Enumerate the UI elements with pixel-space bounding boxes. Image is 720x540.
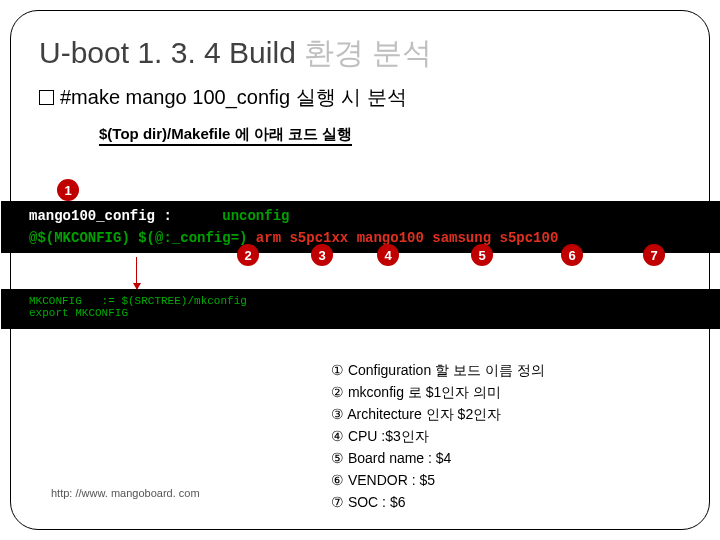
makefile-note: $(Top dir)/Makefile 에 아래 코드 실행 (99, 125, 352, 146)
legend-text: SOC : $6 (348, 494, 406, 510)
legend: ① Configuration 할 보드 이름 정의 ② mkconfig 로 … (331, 359, 545, 513)
legend-row: ⑥ VENDOR : $5 (331, 469, 545, 491)
legend-num: ① (331, 362, 344, 378)
code-line1b: unconfig (172, 208, 290, 224)
legend-row: ③ Architecture 인자 $2인자 (331, 403, 545, 425)
code-line2b: arm s5pc1xx mango100 samsung s5pc100 (247, 230, 558, 246)
subtitle-text: #make mango 100_config 실행 시 분석 (60, 86, 407, 108)
code-line1a: mango100_config : (29, 208, 172, 224)
legend-num: ② (331, 384, 344, 400)
legend-num: ⑦ (331, 494, 344, 510)
badge-2: 2 (237, 244, 259, 266)
badge-6: 6 (561, 244, 583, 266)
legend-num: ③ (331, 406, 344, 422)
legend-num: ⑥ (331, 472, 344, 488)
badge-7: 7 (643, 244, 665, 266)
legend-row: ④ CPU :$3인자 (331, 425, 545, 447)
arrow-icon (136, 257, 137, 289)
legend-row: ⑤ Board name : $4 (331, 447, 545, 469)
legend-text: VENDOR : $5 (348, 472, 435, 488)
legend-row: ① Configuration 할 보드 이름 정의 (331, 359, 545, 381)
legend-text: mkconfig 로 $1인자 의미 (348, 384, 501, 400)
slide-subtitle: #make mango 100_config 실행 시 분석 (39, 84, 681, 111)
legend-text: CPU :$3인자 (348, 428, 429, 444)
badge-3: 3 (311, 244, 333, 266)
footer-url: http: //www. mangoboard. com (51, 487, 200, 499)
title-ko: 환경 분석 (304, 36, 432, 69)
legend-num: ⑤ (331, 450, 344, 466)
code-line2a: @$(MKCONFIG) $(@:_config=) (29, 230, 247, 246)
bullet-box-icon (39, 90, 54, 105)
legend-row: ② mkconfig 로 $1인자 의미 (331, 381, 545, 403)
code-block-mkconfig: MKCONFIG := $(SRCTREE)/mkconfig export M… (1, 289, 720, 329)
slide-title: U-boot 1. 3. 4 Build 환경 분석 (39, 33, 681, 74)
title-en: U-boot 1. 3. 4 Build (39, 36, 304, 69)
legend-text: Configuration 할 보드 이름 정의 (348, 362, 545, 378)
badge-5: 5 (471, 244, 493, 266)
code-block-makefile: mango100_config : unconfig @$(MKCONFIG) … (1, 201, 720, 253)
slide-frame: U-boot 1. 3. 4 Build 환경 분석 #make mango 1… (10, 10, 710, 530)
legend-text: Board name : $4 (348, 450, 452, 466)
badge-1: 1 (57, 179, 79, 201)
legend-num: ④ (331, 428, 344, 444)
badge-4: 4 (377, 244, 399, 266)
legend-text: Architecture 인자 $2인자 (347, 406, 501, 422)
legend-row: ⑦ SOC : $6 (331, 491, 545, 513)
